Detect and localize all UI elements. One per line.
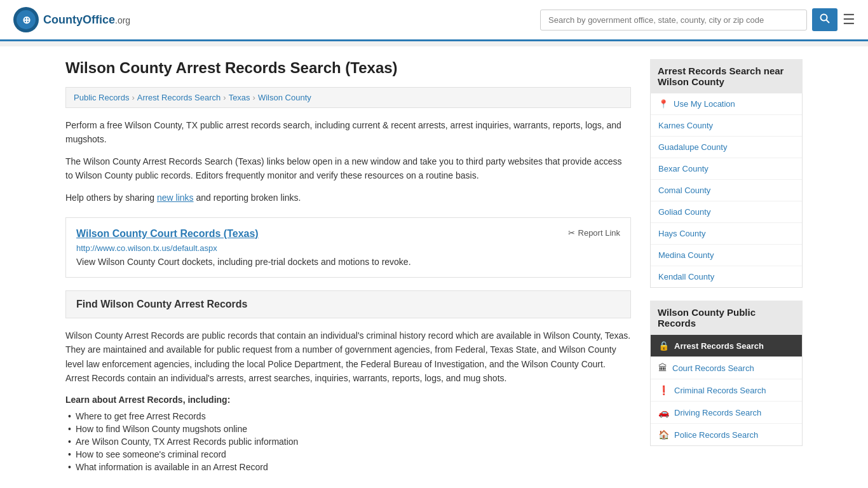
content-area: Wilson County Arrest Records Search (Tex… — [65, 59, 631, 473]
arrest-records-link[interactable]: Arrest Records Search — [674, 341, 764, 351]
public-records-section-title: Wilson County Public Records — [650, 301, 803, 335]
nearby-karnes-item[interactable]: Karnes County — [651, 115, 802, 137]
search-area: ☰ — [540, 8, 855, 31]
nearby-guadalupe-item[interactable]: Guadalupe County — [651, 137, 802, 158]
bexar-county-link[interactable]: Bexar County — [658, 164, 709, 173]
nearby-hays-item[interactable]: Hays County — [651, 223, 802, 245]
record-title-link[interactable]: Wilson County Court Records (Texas) — [76, 228, 259, 240]
logo-icon: ⊕ — [13, 6, 39, 33]
nearby-section: Arrest Records Search near Wilson County… — [650, 59, 803, 288]
record-card-header: Wilson County Court Records (Texas) ✂ Re… — [76, 228, 620, 240]
list-item: How to see someone's criminal record — [65, 448, 631, 461]
breadcrumb: Public Records › Arrest Records Search ›… — [65, 87, 631, 108]
breadcrumb-texas[interactable]: Texas — [229, 93, 250, 102]
new-links-link[interactable]: new links — [157, 193, 194, 203]
breadcrumb-wilson-county[interactable]: Wilson County — [258, 93, 311, 102]
criminal-records-icon: ❗ — [658, 385, 669, 395]
main-container: Wilson County Arrest Records Search (Tex… — [53, 46, 815, 486]
search-button[interactable] — [812, 8, 837, 31]
arrest-records-item[interactable]: 🔒 Arrest Records Search — [651, 335, 802, 357]
nearby-section-title: Arrest Records Search near Wilson County — [650, 59, 803, 93]
list-item: What information is available in an Arre… — [65, 461, 631, 473]
police-records-item[interactable]: 🏠 Police Records Search — [651, 424, 802, 445]
report-icon: ✂ — [568, 228, 575, 238]
record-description: View Wilson County Court dockets, includ… — [76, 257, 620, 267]
svg-text:⊕: ⊕ — [22, 15, 31, 25]
hays-county-link[interactable]: Hays County — [658, 229, 705, 238]
record-card: Wilson County Court Records (Texas) ✂ Re… — [65, 217, 631, 278]
guadalupe-county-link[interactable]: Guadalupe County — [658, 142, 727, 152]
kendall-county-link[interactable]: Kendall County — [658, 272, 714, 281]
nearby-goliad-item[interactable]: Goliad County — [651, 201, 802, 223]
record-url: http://www.co.wilson.tx.us/default.aspx — [76, 243, 620, 253]
criminal-records-link[interactable]: Criminal Records Search — [674, 386, 766, 395]
list-item: Are Wilson County, TX Arrest Records pub… — [65, 435, 631, 448]
svg-point-3 — [821, 15, 827, 21]
find-section-title: Find Wilson County Arrest Records — [76, 299, 620, 310]
use-my-location-item[interactable]: 📍 Use My Location — [651, 93, 802, 115]
breadcrumb-public-records[interactable]: Public Records — [74, 93, 129, 102]
arrest-description: Wilson County Arrest Records are public … — [65, 329, 631, 386]
public-records-section: Wilson County Public Records 🔒 Arrest Re… — [650, 301, 803, 446]
arrest-records-icon: 🔒 — [658, 341, 669, 351]
search-input[interactable] — [540, 10, 807, 30]
nearby-medina-item[interactable]: Medina County — [651, 245, 802, 266]
medina-county-link[interactable]: Medina County — [658, 250, 714, 260]
intro-paragraph-1: Perform a free Wilson County, TX public … — [65, 118, 631, 147]
header: ⊕ CountyOffice.org ☰ — [0, 0, 868, 41]
nearby-bexar-item[interactable]: Bexar County — [651, 158, 802, 180]
report-link-button[interactable]: ✂ Report Link — [568, 228, 620, 238]
nearby-links: 📍 Use My Location Karnes County Guadalup… — [650, 93, 803, 288]
driving-records-item[interactable]: 🚗 Driving Records Search — [651, 402, 802, 424]
police-records-icon: 🏠 — [658, 430, 669, 440]
list-item: How to find Wilson County mugshots onlin… — [65, 423, 631, 435]
intro-paragraph-3: Help others by sharing new links and rep… — [65, 191, 631, 205]
logo-text: CountyOffice.org — [43, 13, 130, 27]
court-records-link[interactable]: Court Records Search — [672, 363, 754, 373]
intro-paragraph-2: The Wilson County Arrest Records Search … — [65, 154, 631, 183]
driving-records-link[interactable]: Driving Records Search — [674, 408, 761, 417]
location-pin-icon: 📍 — [658, 99, 668, 109]
court-records-item[interactable]: 🏛 Court Records Search — [651, 357, 802, 379]
goliad-county-link[interactable]: Goliad County — [658, 207, 710, 217]
criminal-records-item[interactable]: ❗ Criminal Records Search — [651, 379, 802, 402]
driving-records-icon: 🚗 — [658, 407, 669, 417]
learn-title: Learn about Arrest Records, including: — [65, 395, 631, 405]
sidebar: Arrest Records Search near Wilson County… — [650, 59, 803, 473]
search-icon — [820, 13, 830, 24]
court-records-icon: 🏛 — [658, 363, 667, 373]
comal-county-link[interactable]: Comal County — [658, 186, 710, 195]
subheader-bar — [0, 41, 868, 46]
use-my-location-link[interactable]: Use My Location — [674, 99, 735, 109]
police-records-link[interactable]: Police Records Search — [674, 430, 758, 440]
karnes-county-link[interactable]: Karnes County — [658, 121, 713, 130]
nearby-kendall-item[interactable]: Kendall County — [651, 266, 802, 287]
public-record-items: 🔒 Arrest Records Search 🏛 Court Records … — [650, 335, 803, 446]
menu-button[interactable]: ☰ — [843, 13, 855, 27]
svg-line-4 — [827, 20, 830, 24]
learn-list: Where to get free Arrest Records How to … — [65, 410, 631, 473]
find-section: Find Wilson County Arrest Records — [65, 290, 631, 318]
logo-area: ⊕ CountyOffice.org — [13, 6, 130, 33]
breadcrumb-arrest-records[interactable]: Arrest Records Search — [137, 93, 221, 102]
page-title: Wilson County Arrest Records Search (Tex… — [65, 59, 631, 77]
list-item: Where to get free Arrest Records — [65, 410, 631, 423]
nearby-comal-item[interactable]: Comal County — [651, 180, 802, 201]
